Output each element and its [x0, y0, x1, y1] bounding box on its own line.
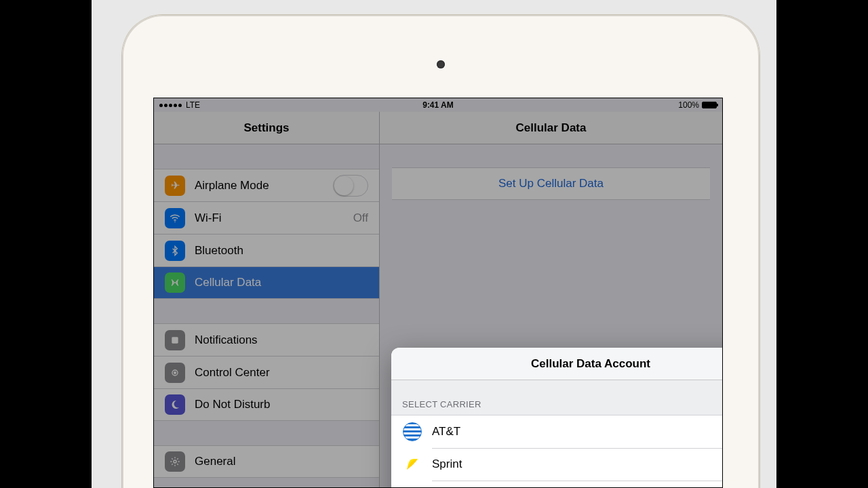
carrier-list: AT&T Sprint T T-Mobile: [391, 415, 723, 488]
carrier-name: AT&T: [432, 425, 460, 439]
carrier-row-sprint[interactable]: Sprint: [391, 448, 723, 481]
cellular-account-modal: Cellular Data Account Cancel SELECT CARR…: [391, 348, 723, 488]
carrier-row-tmobile[interactable]: T T-Mobile: [391, 481, 723, 488]
ipad-screen: LTE 9:41 AM 100% Settings Cellular Data …: [153, 98, 723, 488]
att-logo-icon: [402, 422, 422, 442]
carrier-name: Sprint: [432, 458, 462, 471]
sprint-logo-icon: [402, 454, 422, 474]
ipad-camera: [437, 60, 445, 68]
modal-title: Cellular Data Account: [531, 357, 650, 371]
carrier-row-att[interactable]: AT&T: [391, 415, 723, 448]
modal-section-label: SELECT CARRIER: [391, 380, 723, 415]
modal-header: Cellular Data Account Cancel: [391, 348, 723, 380]
